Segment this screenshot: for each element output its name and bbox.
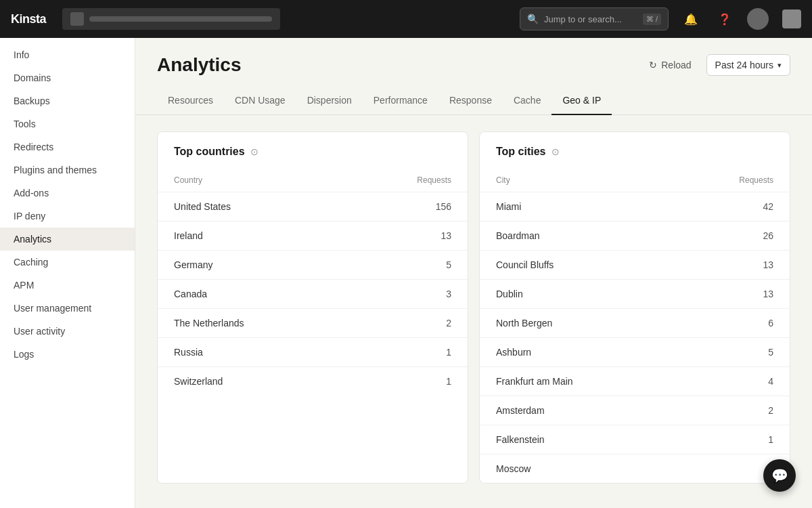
city-requests: 13 <box>672 251 790 280</box>
time-filter-label: Past 24 hours <box>715 60 773 70</box>
city-name: Frankfurt am Main <box>480 367 672 396</box>
notifications-button[interactable]: 🔔 <box>679 7 702 30</box>
table-row: Falkenstein 1 <box>480 425 790 454</box>
country-name: Russia <box>158 338 345 367</box>
kinsta-logo: Kinsta <box>11 12 46 26</box>
top-cities-help-icon[interactable]: ⊙ <box>551 146 560 157</box>
user-avatar[interactable] <box>747 8 769 30</box>
search-placeholder: Jump to or search... <box>544 14 637 24</box>
page-header: Analytics ↻ Reload Past 24 hours ▾ <box>135 38 812 87</box>
top-cities-card: Top cities ⊙ City Requests Miami 42 <box>479 131 790 484</box>
sidebar-item-user-management[interactable]: User management <box>0 297 135 320</box>
sidebar: Info Domains Backups Tools Redirects Plu… <box>0 38 135 508</box>
country-requests: 13 <box>345 221 468 251</box>
header-actions: ↻ Reload Past 24 hours ▾ <box>642 54 790 76</box>
city-requests: 42 <box>672 192 790 221</box>
sidebar-item-logs[interactable]: Logs <box>0 343 135 366</box>
table-row: Ireland 13 <box>158 221 468 251</box>
city-name: Council Bluffs <box>480 251 672 280</box>
main-content: Analytics ↻ Reload Past 24 hours ▾ Resou… <box>135 38 812 508</box>
city-requests: 6 <box>672 309 790 338</box>
help-button[interactable]: ❓ <box>713 7 736 30</box>
tab-performance[interactable]: Performance <box>363 87 438 115</box>
search-shortcut: ⌘ / <box>643 14 661 25</box>
table-row: Canada 3 <box>158 280 468 309</box>
site-avatar[interactable] <box>782 9 801 28</box>
city-name: Amsterdam <box>480 396 672 425</box>
site-bar[interactable] <box>62 8 280 30</box>
tab-cdn-usage[interactable]: CDN Usage <box>224 87 296 115</box>
country-name: Switzerland <box>158 367 345 396</box>
top-countries-card: Top countries ⊙ Country Requests United … <box>157 131 468 484</box>
sidebar-item-user-activity[interactable]: User activity <box>0 320 135 343</box>
table-row: Miami 42 <box>480 192 790 221</box>
top-countries-help-icon[interactable]: ⊙ <box>250 146 258 157</box>
time-filter-button[interactable]: Past 24 hours ▾ <box>706 54 790 76</box>
city-name: Moscow <box>480 454 672 484</box>
country-name: United States <box>158 192 345 221</box>
sidebar-item-ip-deny[interactable]: IP deny <box>0 205 135 228</box>
tables-row: Top countries ⊙ Country Requests United … <box>157 131 790 484</box>
sidebar-item-add-ons[interactable]: Add-ons <box>0 182 135 205</box>
site-name-bar <box>89 16 272 22</box>
cities-col-city: City <box>480 169 672 192</box>
table-row: United States 156 <box>158 192 468 221</box>
country-name: Germany <box>158 251 345 280</box>
country-requests: 5 <box>345 251 468 280</box>
country-requests: 3 <box>345 280 468 309</box>
table-row: Dublin 13 <box>480 280 790 309</box>
table-row: Germany 5 <box>158 251 468 280</box>
sidebar-item-analytics[interactable]: Analytics <box>0 228 135 251</box>
table-row: Russia 1 <box>158 338 468 367</box>
city-name: Miami <box>480 192 672 221</box>
sidebar-item-plugins-themes[interactable]: Plugins and themes <box>0 158 135 182</box>
city-requests: 26 <box>672 221 790 251</box>
reload-label: Reload <box>661 60 691 70</box>
tab-dispersion[interactable]: Dispersion <box>296 87 363 115</box>
city-requests: 5 <box>672 338 790 367</box>
top-cities-table: City Requests Miami 42 Boardman 26 Counc… <box>480 169 790 483</box>
city-requests: 4 <box>672 367 790 396</box>
city-name: Ashburn <box>480 338 672 367</box>
country-requests: 2 <box>345 309 468 338</box>
city-name: North Bergen <box>480 309 672 338</box>
search-icon: 🔍 <box>527 14 539 24</box>
chat-icon: 💬 <box>771 467 788 484</box>
tab-resources[interactable]: Resources <box>157 87 224 115</box>
chevron-down-icon: ▾ <box>777 61 782 70</box>
global-search[interactable]: 🔍 Jump to or search... ⌘ / <box>520 7 669 30</box>
reload-button[interactable]: ↻ Reload <box>642 56 698 75</box>
page-title: Analytics <box>157 54 242 76</box>
reload-icon: ↻ <box>649 60 657 70</box>
content-area: Top countries ⊙ Country Requests United … <box>135 115 812 500</box>
top-countries-title: Top countries <box>174 146 245 158</box>
top-navigation: Kinsta 🔍 Jump to or search... ⌘ / 🔔 ❓ <box>0 0 812 38</box>
table-row: Switzerland 1 <box>158 367 468 396</box>
table-row: Amsterdam 2 <box>480 396 790 425</box>
sidebar-item-tools[interactable]: Tools <box>0 112 135 135</box>
tab-response[interactable]: Response <box>438 87 503 115</box>
table-row: The Netherlands 2 <box>158 309 468 338</box>
sidebar-item-backups[interactable]: Backups <box>0 89 135 112</box>
sidebar-item-info[interactable]: Info <box>0 43 135 66</box>
country-name: Ireland <box>158 221 345 251</box>
country-name: The Netherlands <box>158 309 345 338</box>
site-selector[interactable] <box>62 8 280 30</box>
table-row: North Bergen 6 <box>480 309 790 338</box>
analytics-tabs: Resources CDN Usage Dispersion Performan… <box>135 87 812 115</box>
sidebar-item-apm[interactable]: APM <box>0 274 135 297</box>
sidebar-item-caching[interactable]: Caching <box>0 251 135 274</box>
countries-col-country: Country <box>158 169 345 192</box>
tab-geo-ip[interactable]: Geo & IP <box>551 87 612 115</box>
top-countries-header: Top countries ⊙ <box>158 132 468 169</box>
tab-cache[interactable]: Cache <box>503 87 551 115</box>
city-name: Falkenstein <box>480 425 672 454</box>
main-layout: Info Domains Backups Tools Redirects Plu… <box>0 38 812 508</box>
top-countries-table: Country Requests United States 156 Irela… <box>158 169 468 396</box>
chat-button[interactable]: 💬 <box>763 459 796 492</box>
top-cities-title: Top cities <box>496 146 546 158</box>
country-requests: 1 <box>345 338 468 367</box>
sidebar-item-redirects[interactable]: Redirects <box>0 135 135 158</box>
city-requests: 1 <box>672 425 790 454</box>
sidebar-item-domains[interactable]: Domains <box>0 66 135 89</box>
